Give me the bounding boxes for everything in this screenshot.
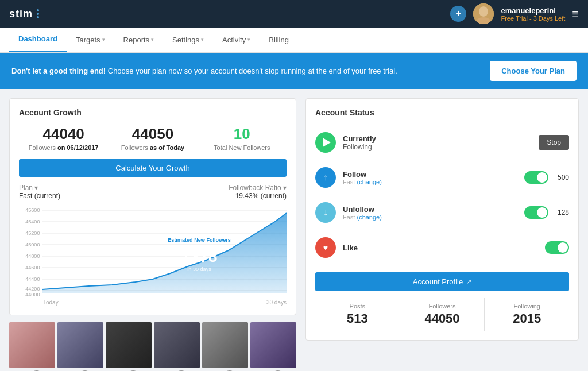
calculate-growth-button[interactable]: Calculate Your Growth (19, 159, 287, 177)
username: emanueleperini (501, 6, 565, 15)
stat-followers-today: 44050 Followers as of Today (108, 125, 197, 151)
like-name: Like (343, 244, 538, 252)
nav-item-settings[interactable]: Settings ▾ (163, 27, 213, 52)
unfollow-name: Unfollow (343, 205, 517, 214)
svg-text:1378: 1378 (181, 247, 218, 265)
posts-count: 513 (315, 311, 400, 326)
promo-banner: Don't let a good thing end! Choose your … (0, 53, 588, 89)
nav-item-dashboard[interactable]: Dashboard (9, 27, 67, 52)
photo-thumb-6[interactable] (250, 322, 296, 368)
unfollow-icon: ↓ (315, 202, 336, 223)
profile-stat-posts: Posts 513 (315, 298, 400, 331)
photo-thumb-4[interactable] (154, 322, 200, 368)
user-info: emanueleperini Free Trial - 3 Days Left (501, 6, 565, 22)
unfollow-speed: Fast (343, 214, 355, 221)
banner-normal-text: Choose your plan now so your account doe… (108, 67, 397, 75)
follow-toggle-value: 500 (552, 173, 569, 181)
logo: stim (9, 8, 39, 20)
like-toggle[interactable] (545, 241, 569, 254)
stop-button[interactable]: Stop (539, 135, 569, 150)
photo-thumb-3[interactable] (106, 322, 152, 368)
chart-svg: 45600 45400 45200 45000 44800 44600 4440… (19, 204, 287, 296)
profile-stat-followers: Followers 44050 (400, 298, 485, 331)
nav-label-activity: Activity (222, 36, 246, 44)
account-growth-title: Account Growth (19, 108, 287, 117)
nav-label-billing: Billing (269, 36, 289, 44)
logo-icon (37, 9, 39, 18)
chart-x-right: 30 days (266, 299, 287, 306)
logo-text: stim (9, 8, 33, 20)
unfollow-toggle-value: 128 (552, 208, 569, 217)
unfollow-info: Unfollow Fast (change) (343, 205, 517, 221)
account-status-title: Account Status (315, 108, 569, 117)
like-info: Like (343, 244, 538, 252)
followers-date-number: 44040 (19, 125, 108, 143)
chevron-down-icon: ▾ (151, 37, 154, 42)
account-growth-card: Account Growth 44040 Followers on 06/12/… (9, 98, 296, 315)
profile-stat-following: Following 2015 (485, 298, 569, 331)
currently-following-name: Currently (343, 134, 532, 143)
nav-item-targets[interactable]: Targets ▾ (67, 27, 114, 52)
follow-info: Follow Fast (change) (343, 170, 517, 186)
banner-text: Don't let a good thing end! Choose your … (11, 67, 397, 75)
menu-button[interactable]: ≡ (572, 7, 579, 21)
header-actions: + emanueleperini Free Trial - 3 Days Lef… (450, 3, 579, 24)
follow-toggle[interactable] (524, 171, 548, 184)
followback-control: Followback Ratio ▾ 19.43% (current) (229, 184, 287, 200)
currently-following-info: Currently Following (343, 134, 532, 151)
status-row-unfollow: ↓ Unfollow Fast (change) 128 (315, 195, 569, 230)
photo-thumb-2[interactable] (57, 322, 103, 368)
unfollow-toggle-group: 128 (524, 206, 569, 219)
svg-marker-20 (42, 213, 287, 293)
photo-item-6: ♥ 638 💬 3 (250, 322, 296, 371)
photo-thumb-1[interactable] (9, 322, 55, 368)
nav-item-activity[interactable]: Activity ▾ (213, 27, 260, 52)
status-row-follow: ↑ Follow Fast (change) 500 (315, 160, 569, 195)
new-followers-label: Total New Followers (198, 144, 287, 151)
status-row-like: ♥ Like (315, 230, 569, 265)
svg-text:44800: 44800 (25, 253, 40, 259)
like-icon-circle: ♥ (315, 237, 336, 258)
followers-label: Followers (400, 303, 485, 310)
header: stim + emanueleperini Free Trial - 3 Day… (0, 0, 588, 28)
svg-text:44400: 44400 (25, 276, 40, 282)
svg-text:45200: 45200 (25, 230, 40, 236)
photo-item-4: ♥ 610 💬 7 (154, 322, 200, 371)
followers-count: 44050 (400, 311, 485, 326)
arrow-down-icon: ↓ (323, 207, 328, 218)
right-panel: Account Status Currently Following Stop … (305, 98, 579, 371)
svg-text:45000: 45000 (25, 242, 40, 248)
unfollow-toggle[interactable] (524, 206, 548, 219)
photo-thumb-5[interactable] (202, 322, 248, 368)
heart-icon: ♥ (323, 243, 328, 252)
follow-speed: Fast (343, 179, 355, 186)
plan-control: Plan ▾ Fast (current) (19, 184, 60, 200)
follow-change-link[interactable]: (change) (357, 179, 381, 186)
stat-followers-date: 44040 Followers on 06/12/2017 (19, 125, 108, 151)
account-status-card: Account Status Currently Following Stop … (305, 98, 579, 341)
svg-text:in 30 days: in 30 days (187, 266, 211, 272)
nav-label-settings: Settings (172, 36, 199, 44)
follow-sub: Fast (change) (343, 179, 517, 186)
following-label: Following (485, 303, 569, 310)
unfollow-change-link[interactable]: (change) (357, 214, 381, 221)
add-button[interactable]: + (450, 6, 466, 22)
followback-value: 19.43% (current) (235, 192, 287, 200)
photos-row: ♥ 563 💬 8 ♥ 498 💬 20 ♥ 433 (9, 322, 296, 371)
follow-name: Follow (343, 170, 517, 179)
account-profile-button[interactable]: Account Profile ↗ (315, 272, 569, 291)
avatar (473, 3, 494, 24)
followers-date-label: Followers on 06/12/2017 (19, 144, 108, 151)
arrow-up-icon: ↑ (323, 172, 328, 183)
nav-item-reports[interactable]: Reports ▾ (114, 27, 164, 52)
posts-label: Posts (315, 303, 400, 310)
nav-item-billing[interactable]: Billing (260, 27, 298, 52)
choose-plan-button[interactable]: Choose Your Plan (490, 61, 577, 81)
nav-label-reports: Reports (123, 36, 150, 44)
followers-today-label: Followers as of Today (108, 144, 197, 151)
banner-bold-text: Don't let a good thing end! (11, 67, 106, 75)
status-row-currently-following: Currently Following Stop (315, 125, 569, 160)
svg-text:44000: 44000 (25, 292, 40, 296)
currently-following-icon (315, 132, 336, 153)
like-toggle-group (545, 241, 569, 254)
